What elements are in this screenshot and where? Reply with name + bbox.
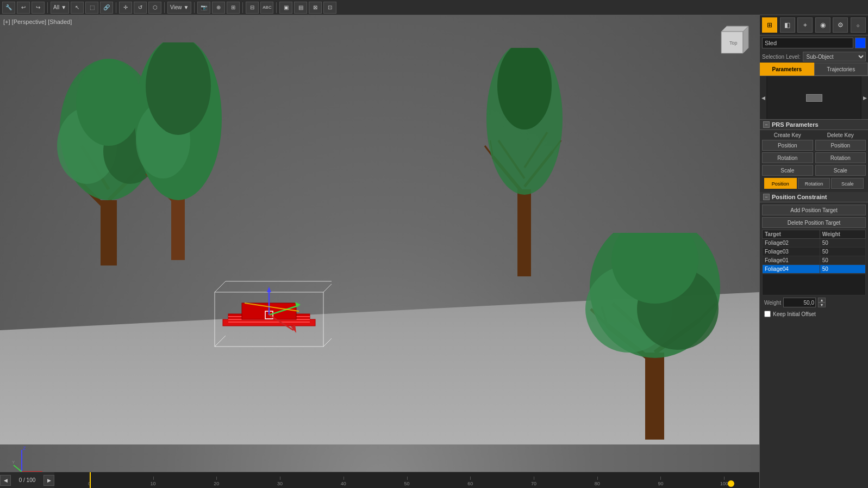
panel-icon-modifier[interactable]: ◧ xyxy=(780,17,795,33)
nav-cube[interactable]: Top xyxy=(710,21,754,64)
view-label: View xyxy=(170,4,182,10)
svg-line-46 xyxy=(215,281,226,292)
add-position-target-btn[interactable]: Add Position Target xyxy=(762,205,866,215)
tick-label-20: 20 xyxy=(214,481,219,486)
timeline-track[interactable]: 0 10 20 30 40 50 60 70 80 90 1 xyxy=(54,472,759,488)
sled-object xyxy=(212,270,332,357)
weight-down-btn[interactable]: ▼ xyxy=(818,302,826,307)
prs-active-position[interactable]: Position xyxy=(764,178,797,189)
keyframe-track: ◀ ▶ xyxy=(760,76,868,120)
toolbar-select[interactable]: ↖ xyxy=(71,2,84,14)
delete-scale-btn[interactable]: Scale xyxy=(815,165,866,176)
timeline-prev-btn[interactable]: ◀ xyxy=(0,475,11,486)
filter-label: All xyxy=(53,4,59,10)
delete-rotation-btn[interactable]: Rotation xyxy=(815,152,866,163)
prs-header-row: Create Key Delete Key xyxy=(762,132,866,138)
sep-3 xyxy=(164,2,165,13)
toolbar-align[interactable]: ⊟ xyxy=(246,2,259,14)
toolbar-move[interactable]: ✛ xyxy=(119,2,132,14)
sep-2 xyxy=(116,2,116,13)
tab-trajectories[interactable]: Trajectories xyxy=(814,63,869,76)
prs-active-scale[interactable]: Scale xyxy=(831,178,864,189)
tick-label-60: 60 xyxy=(467,481,473,486)
target-row-foliage03[interactable]: Foliage03 50 xyxy=(763,248,866,256)
panel-icon-extra[interactable]: ⬦ xyxy=(851,17,866,33)
tab-parameters[interactable]: Parameters xyxy=(760,63,814,76)
weight-spinner: ▲ ▼ xyxy=(818,298,826,307)
prs-active-rotation[interactable]: Rotation xyxy=(798,178,830,189)
toolbar-mirror[interactable]: ⊞ xyxy=(227,2,240,14)
weight-input[interactable] xyxy=(783,298,816,307)
timeline-counter: 0 / 100 xyxy=(11,477,43,483)
panel-icon-display[interactable]: ◉ xyxy=(815,17,830,33)
target-tbody: Foliage02 50 Foliage03 50 Foliage01 50 xyxy=(763,239,866,274)
svg-line-48 xyxy=(215,336,226,347)
toolbar-btn-2[interactable]: ↩ xyxy=(17,2,30,14)
toolbar-rotate[interactable]: ↺ xyxy=(134,2,147,14)
selection-level-label: Selection Level: xyxy=(762,54,801,60)
create-rotation-btn[interactable]: Rotation xyxy=(762,152,813,163)
panel-icon-motion[interactable]: ⊞ xyxy=(762,17,777,33)
target-weight-foliage01: 50 xyxy=(820,256,865,265)
panel-icon-utils[interactable]: ⚙ xyxy=(833,17,848,33)
kf-thumb[interactable] xyxy=(806,94,822,102)
keep-offset-row: Keep Initial Offset xyxy=(762,310,866,318)
kf-inner xyxy=(767,76,860,119)
weight-up-btn[interactable]: ▲ xyxy=(818,298,826,302)
prs-collapse-btn[interactable]: − xyxy=(763,121,770,128)
target-row-foliage04[interactable]: Foliage04 50 xyxy=(763,265,866,274)
toolbar-more-1[interactable]: ▣ xyxy=(279,2,292,14)
panel-icons: ⊞ ◧ ⌖ ◉ ⚙ ⬦ xyxy=(760,15,868,35)
toolbar-render[interactable]: 📷 xyxy=(197,2,210,14)
tick-50 xyxy=(407,477,408,480)
tick-40 xyxy=(344,477,344,480)
position-constraint-header[interactable]: − Position Constraint xyxy=(760,192,868,202)
weight-label: Weight xyxy=(764,300,781,306)
playhead-dot xyxy=(728,480,734,487)
top-toolbar: 🔧 ↩ ↪ All ▼ ↖ ⬚ 🔗 ✛ ↺ ⬡ View ▼ 📷 ⊕ ⊞ ⊟ A… xyxy=(0,0,868,15)
target-weight-foliage03: 50 xyxy=(820,248,865,256)
delete-position-btn[interactable]: Position xyxy=(815,140,866,151)
toolbar-abc[interactable]: ABC xyxy=(260,2,273,14)
toolbar-region[interactable]: ⬚ xyxy=(85,2,98,14)
delete-position-target-btn[interactable]: Delete Position Target xyxy=(762,217,866,228)
toolbar-btn-1[interactable]: 🔧 xyxy=(2,2,15,14)
object-name-input[interactable]: Sled xyxy=(762,38,853,48)
tick-20 xyxy=(216,477,217,480)
pos-constraint-section: Add Position Target Delete Position Targ… xyxy=(760,202,868,320)
toolbar-more-3[interactable]: ⊠ xyxy=(309,2,322,14)
object-color-box[interactable] xyxy=(855,38,866,48)
toolbar-scale[interactable]: ⬡ xyxy=(148,2,161,14)
selection-level-row: Selection Level: Sub-Object xyxy=(760,51,868,63)
tick-label-80: 80 xyxy=(595,481,600,486)
kf-scroll-left[interactable]: ◀ xyxy=(760,76,766,119)
timeline-next-btn[interactable]: ▶ xyxy=(43,475,54,486)
view-chevron: ▼ xyxy=(184,4,189,10)
toolbar-snap[interactable]: ⊕ xyxy=(212,2,225,14)
prs-position-row: Position Position xyxy=(762,140,866,151)
filter-dropdown[interactable]: All ▼ xyxy=(51,2,69,14)
panel-icon-hierarchy[interactable]: ⌖ xyxy=(797,17,813,33)
create-key-group-label: Create Key xyxy=(762,132,813,138)
tick-label-30: 30 xyxy=(277,481,283,486)
keep-offset-checkbox[interactable] xyxy=(764,311,771,317)
toolbar-more-4[interactable]: ⊡ xyxy=(323,2,336,14)
timeline: ◀ 0 / 100 ▶ 0 10 20 30 40 50 60 70 xyxy=(0,472,759,488)
svg-rect-28 xyxy=(645,353,664,440)
target-row-foliage02[interactable]: Foliage02 50 xyxy=(763,239,866,248)
prs-section-header[interactable]: − PRS Parameters xyxy=(760,120,868,130)
pos-constraint-collapse[interactable]: − xyxy=(763,194,770,200)
create-scale-btn[interactable]: Scale xyxy=(762,165,813,176)
toolbar-more-2[interactable]: ▤ xyxy=(294,2,307,14)
target-row-foliage01[interactable]: Foliage01 50 xyxy=(763,256,866,265)
keep-offset-label: Keep Initial Offset xyxy=(773,311,816,317)
viewport-area[interactable]: [+] [Perspective] [Shaded] Top xyxy=(0,15,759,488)
selection-level-dropdown[interactable]: Sub-Object xyxy=(803,52,866,61)
toolbar-link[interactable]: 🔗 xyxy=(100,2,113,14)
sep-4 xyxy=(194,2,195,13)
view-dropdown[interactable]: View ▼ xyxy=(167,2,191,14)
tick-label-100: 100 xyxy=(720,481,728,486)
create-position-btn[interactable]: Position xyxy=(762,140,813,151)
toolbar-btn-3[interactable]: ↪ xyxy=(32,2,45,14)
kf-scroll-right[interactable]: ▶ xyxy=(861,76,868,119)
